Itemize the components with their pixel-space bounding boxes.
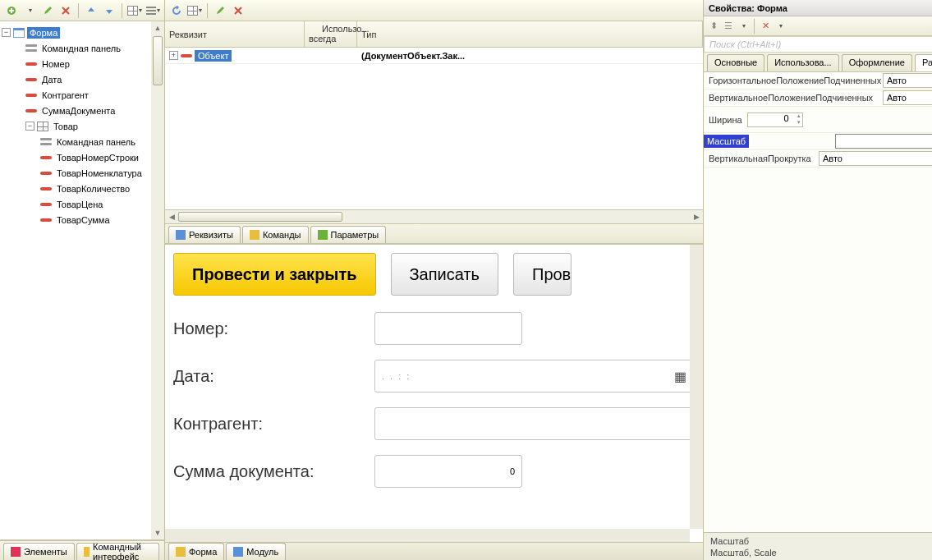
scroll-up-icon[interactable]: ▲ [151,21,164,34]
sort-icon[interactable]: ⬍ [707,20,720,33]
separator [207,3,208,18]
delete-icon[interactable] [57,2,74,19]
tree-item-label: ТоварНоменклатура [54,168,145,179]
expander-icon[interactable]: − [2,28,11,37]
footer-name: Масштаб [710,535,932,547]
tree-item[interactable]: ТоварКоличество [2,181,163,196]
tree-item-label: ТоварСумма [54,214,112,226]
separator [122,3,122,18]
property-tab[interactable]: Оформление [842,54,912,71]
tree-root-label[interactable]: Форма [27,27,60,39]
delete-icon[interactable] [230,2,246,19]
tree-item[interactable]: ТоварНоменклатура [2,165,163,181]
grid-hscroll[interactable]: ◀ ▶ [165,210,703,223]
tree-item[interactable]: Контрагент [2,87,163,103]
tree-item[interactable]: Командная панель [2,40,163,56]
tab-attributes[interactable]: Реквизиты [168,226,241,243]
sum-input[interactable]: 0 [374,455,522,488]
prop-row-scale[interactable]: Масштаб [704,133,932,150]
scroll-thumb[interactable] [153,36,163,85]
date-value: . . : : [382,371,411,381]
date-input[interactable]: . . : : [374,360,695,392]
tree-scrollbar[interactable]: ▲ ▼ [151,21,164,539]
footer-desc: Масштаб, Scale [710,547,932,558]
edit-icon[interactable] [212,2,228,19]
prop-row-size[interactable]: Ширина 0 Высота 0 [704,107,932,133]
form-tree[interactable]: − Форма Командная панельНомерДатаКонтраг… [0,21,164,231]
tree-root[interactable]: − Форма [2,25,163,40]
move-down-icon[interactable] [101,2,117,19]
add-dropdown[interactable] [21,2,38,19]
clear-dropdown[interactable] [774,20,787,33]
properties-footer: Масштаб Масштаб, Scale [704,532,932,560]
tree-item-label: Дата [39,74,64,85]
tree-item[interactable]: СуммаДокумента [2,103,163,118]
move-up-icon[interactable] [83,2,99,19]
tree-item[interactable]: ТоварНомерСтроки [2,149,163,165]
expander-icon[interactable]: + [169,51,178,60]
post-button[interactable]: Пров [513,253,572,296]
vscroll-combo[interactable]: Авто [819,151,932,166]
tab-label: Модуль [246,547,278,557]
scale-input[interactable] [835,134,932,149]
scroll-left-icon[interactable]: ◀ [165,213,178,221]
prop-row-hpos[interactable]: ГоризонтальноеПоложениеПодчиненных Авто [704,72,932,90]
tab-elements[interactable]: Элементы [3,543,75,560]
tree-item[interactable]: Дата [2,71,163,87]
grid-row[interactable]: + Объект (ДокументОбъект.Зак... [165,48,703,64]
category-icon[interactable]: ☰ [722,20,735,33]
edit-icon[interactable] [39,2,56,19]
column-header-attr[interactable]: Реквизит [165,21,305,47]
number-input[interactable] [374,312,522,345]
refresh-icon[interactable] [168,2,185,19]
tab-module[interactable]: Модуль [226,543,286,560]
vpos-combo[interactable]: Авто [883,90,932,105]
partner-input[interactable] [374,407,695,440]
property-tab[interactable]: Использова... [767,54,838,71]
property-tab[interactable]: Расположе... [915,54,932,71]
properties-title: Свойства: Форма [709,3,787,13]
hpos-combo[interactable]: Авто [883,73,932,88]
tab-parameters[interactable]: Параметры [310,226,387,243]
expander-icon[interactable]: − [25,122,34,131]
preview-vscroll[interactable] [690,245,703,529]
grid-body[interactable]: + Объект (ДокументОбъект.Зак... [165,48,703,210]
tree-item[interactable]: Номер [2,56,163,71]
search-placeholder: Поиск (Ctrl+Alt+I) [709,39,781,49]
number-label: Номер: [173,319,374,338]
spin-value: 0 [784,113,789,123]
grid-cell-type[interactable]: (ДокументОбъект.Зак... [357,51,703,61]
column-header-type[interactable]: Тип [357,21,703,47]
post-and-close-button[interactable]: Провести и закрыть [173,253,376,296]
save-button[interactable]: Записать [391,253,498,296]
editor-tabs: Форма Модуль [165,542,703,560]
properties-toolbar: ⬍ ☰ ✕ [704,16,932,36]
table-add-dropdown[interactable] [186,2,203,19]
prop-row-vpos[interactable]: ВертикальноеПоложениеПодчиненных Авто [704,90,932,107]
clear-icon[interactable]: ✕ [759,20,772,33]
add-icon[interactable] [3,2,20,19]
table-add-icon[interactable] [126,2,143,19]
tab-command-interface[interactable]: Командный интерфейс [76,543,159,560]
preview-hscroll[interactable] [165,529,690,542]
filter-icon[interactable] [737,20,750,33]
scroll-right-icon[interactable]: ▶ [690,213,703,221]
tree-item[interactable]: ТоварСумма [2,212,163,227]
scroll-thumb[interactable] [178,212,342,222]
separator [754,19,755,34]
tree-item[interactable]: Командная панель [2,134,163,149]
grid-cell-name[interactable]: Объект [195,50,232,62]
property-search[interactable]: Поиск (Ctrl+Alt+I) [704,36,932,53]
prop-row-vscroll[interactable]: ВертикальнаяПрокрутка Авто [704,150,932,168]
tab-form[interactable]: Форма [168,543,224,560]
property-tab[interactable]: Основные [707,54,764,71]
form-icon [13,28,25,38]
column-header-use[interactable]: Использо...всегда [305,21,357,47]
scroll-down-icon[interactable]: ▼ [151,526,164,539]
tab-commands[interactable]: Команды [242,226,309,243]
tree-item[interactable]: ТоварЦена [2,196,163,212]
list-icon[interactable] [145,2,161,19]
tree-item[interactable]: −Товар [2,118,163,134]
mid-bottom-tabs: Реквизиты Команды Параметры [165,223,703,243]
width-spinner[interactable]: 0 [747,112,803,127]
